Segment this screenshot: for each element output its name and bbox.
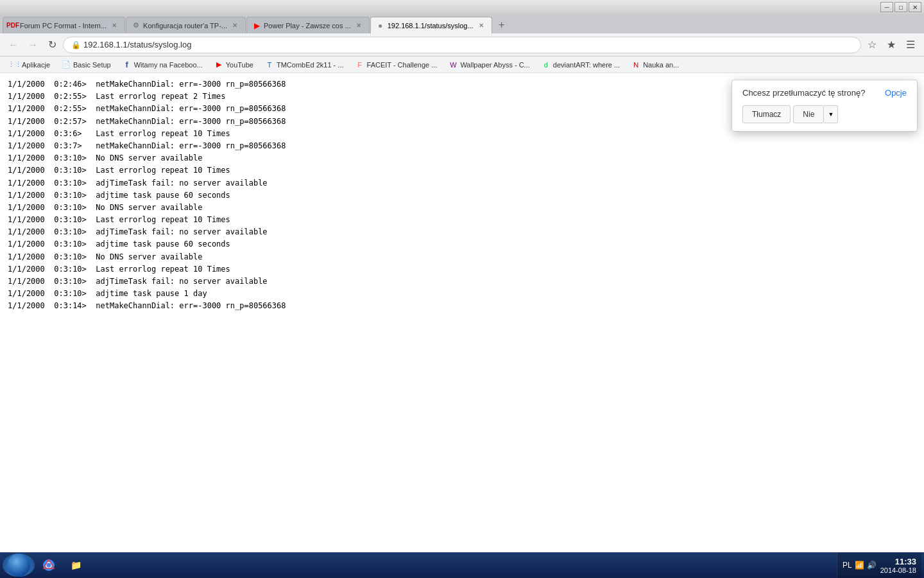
log-line: 1/1/2000 0:3:14> netMakeChannDial: err=-…: [8, 300, 916, 312]
address-input[interactable]: 192.168.1.1/status/syslog.log: [83, 40, 853, 49]
log-line: 1/1/2000 0:3:10> adjTimeTask fail: no se…: [8, 177, 916, 189]
bookmark-nauka-icon: N: [631, 60, 640, 69]
bookmark-deviant-icon: d: [542, 60, 551, 69]
content-area: 1/1/2000 0:2:46> netMakeChannDial: err=-…: [0, 73, 924, 578]
tab-3-favicon: ▶: [252, 21, 261, 30]
log-line: 1/1/2000 0:3:10> No DNS server available: [8, 202, 916, 214]
taskbar-right: PL 📶 🔊 11:33 2014-08-18: [837, 552, 921, 578]
tab-2-title: Konfiguracja router'a TP-...: [143, 22, 227, 30]
bookmark-apps-icon: ⋮⋮: [10, 60, 19, 69]
clock-date: 2014-08-18: [880, 566, 916, 574]
bookmark-facebook-icon: f: [123, 60, 132, 69]
translation-question: Chcesz przetłumaczyć tę stronę?: [742, 88, 882, 98]
translate-button[interactable]: Tłumacz: [742, 105, 791, 123]
sys-tray: PL 📶 🔊: [843, 561, 877, 570]
bookmark-facebook[interactable]: f Witamy na Faceboo...: [117, 58, 208, 72]
log-line: 1/1/2000 0:3:10> Last errorlog repeat 10…: [8, 164, 916, 177]
log-line: 1/1/2000 0:3:10> No DNS server available: [8, 152, 916, 164]
log-line: 1/1/2000 0:3:10> Last errorlog repeat 10…: [8, 214, 916, 226]
speaker-icon[interactable]: 🔊: [867, 561, 877, 570]
new-tab-button[interactable]: +: [493, 17, 511, 33]
bookmark-star-button[interactable]: ☆: [864, 37, 880, 53]
bookmark-youtube-label: YouTube: [226, 61, 253, 69]
chrome-icon: [42, 559, 55, 572]
toolbar: ← → ↻ 🔒 192.168.1.1/status/syslog.log ☆ …: [0, 33, 924, 57]
log-line: 1/1/2000 0:3:10> adjtime task pause 60 s…: [8, 238, 916, 250]
bookmark-deviant-label: deviantART: where ...: [553, 61, 620, 69]
start-button[interactable]: [3, 554, 35, 577]
bookmark-youtube-icon: ▶: [214, 60, 223, 69]
bookmark-list-button[interactable]: ★: [883, 37, 900, 53]
bookmark-tm-icon: T: [265, 60, 274, 69]
taskbar: 📁 PL 📶 🔊 11:33 2014-08-18: [0, 552, 924, 578]
bookmark-tmcombed[interactable]: T TMCombEd 2k11 - ...: [260, 58, 349, 72]
address-bar-icon: 🔒: [71, 40, 81, 49]
tab-3-close[interactable]: ✕: [354, 21, 364, 31]
taskbar-chrome[interactable]: [38, 554, 64, 576]
browser-frame: ─ □ ✕ PDF Forum PC Format - Intern... ✕ …: [0, 0, 924, 578]
bookmark-nauka-label: Nauka an...: [643, 61, 679, 69]
bookmark-basic-setup[interactable]: 📄 Basic Setup: [56, 58, 116, 72]
log-line: 1/1/2000 0:3:10> adjTimeTask fail: no se…: [8, 276, 916, 288]
tab-1-title: Forum PC Format - Intern...: [20, 22, 107, 30]
tab-4-favicon: ●: [376, 21, 385, 30]
log-line: 1/1/2000 0:3:10> adjTimeTask fail: no se…: [8, 226, 916, 238]
log-line: 1/1/2000 0:3:10> adjtime task pause 1 da…: [8, 288, 916, 300]
clock: 11:33 2014-08-18: [880, 557, 916, 574]
tab-1-favicon: PDF: [8, 21, 17, 30]
bookmark-apps-label: Aplikacje: [22, 61, 50, 69]
bookmark-faceit-label: FACEIT - Challenge ...: [367, 61, 438, 69]
bookmark-faceit[interactable]: F FACEIT - Challenge ...: [350, 58, 443, 72]
tab-1[interactable]: PDF Forum PC Format - Intern... ✕: [3, 17, 125, 33]
translate-options-dropdown[interactable]: ▼: [824, 105, 838, 123]
bookmark-faceit-icon: F: [355, 60, 364, 69]
toolbar-right: ☆ ★ ☰: [864, 37, 919, 53]
title-bar: ─ □ ✕: [0, 0, 924, 14]
bookmark-tm-label: TMCombEd 2k11 - ...: [277, 61, 344, 69]
bookmark-basic-icon: 📄: [62, 60, 71, 69]
translation-popup-header: Chcesz przetłumaczyć tę stronę? Opcje: [742, 88, 907, 98]
close-button[interactable]: ✕: [909, 2, 921, 12]
clock-time: 11:33: [880, 557, 916, 566]
bookmark-basic-label: Basic Setup: [73, 61, 111, 69]
no-translate-button[interactable]: Nie: [793, 105, 824, 123]
bookmark-youtube[interactable]: ▶ YouTube: [209, 58, 259, 72]
start-orb: [7, 554, 30, 577]
bookmark-nauka[interactable]: N Nauka an...: [626, 58, 684, 72]
translation-options-link[interactable]: Opcje: [885, 88, 907, 98]
log-line: 1/1/2000 0:3:10> Last errorlog repeat 10…: [8, 263, 916, 276]
maximize-button[interactable]: □: [894, 2, 907, 12]
lang-indicator: PL: [843, 561, 852, 570]
log-line: 1/1/2000 0:3:10> No DNS server available: [8, 251, 916, 263]
back-button[interactable]: ←: [5, 37, 22, 53]
address-bar[interactable]: 🔒 192.168.1.1/status/syslog.log: [63, 37, 861, 53]
forward-button[interactable]: →: [24, 37, 41, 53]
translation-popup-actions: Tłumacz Nie ▼: [742, 105, 907, 123]
network-icon: 📶: [855, 561, 864, 570]
tab-3-title: Power Play - Zawsze cos ...: [264, 22, 351, 30]
explorer-icon: 📁: [69, 559, 82, 572]
tab-3[interactable]: ▶ Power Play - Zawsze cos ... ✕: [246, 17, 370, 33]
tab-4-title: 192.168.1.1/status/syslog...: [388, 22, 474, 30]
bookmark-deviantart[interactable]: d deviantART: where ...: [536, 58, 625, 72]
bookmark-wallpaper-icon: W: [449, 60, 458, 69]
tab-bar: PDF Forum PC Format - Intern... ✕ ⚙ Konf…: [0, 14, 924, 33]
chrome-menu-button[interactable]: ☰: [902, 37, 919, 53]
tab-4-close[interactable]: ✕: [476, 21, 486, 31]
reload-button[interactable]: ↻: [44, 37, 60, 53]
tab-4[interactable]: ● 192.168.1.1/status/syslog... ✕: [370, 17, 492, 33]
log-line: 1/1/2000 0:3:7> netMakeChannDial: err=-3…: [8, 140, 916, 152]
tab-1-close[interactable]: ✕: [109, 21, 119, 31]
log-line: 1/1/2000 0:3:10> adjtime task pause 60 s…: [8, 189, 916, 202]
tab-2-close[interactable]: ✕: [230, 21, 240, 31]
tab-2[interactable]: ⚙ Konfiguracja router'a TP-... ✕: [126, 17, 246, 33]
bookmark-apps[interactable]: ⋮⋮ Aplikacje: [5, 58, 55, 72]
taskbar-explorer[interactable]: 📁: [65, 554, 91, 576]
bookmark-wallpaper-label: Wallpaper Abyss - C...: [460, 61, 529, 69]
bookmark-wallpaper[interactable]: W Wallpaper Abyss - C...: [443, 58, 535, 72]
translation-popup: Chcesz przetłumaczyć tę stronę? Opcje Tł…: [732, 80, 918, 132]
tab-2-favicon: ⚙: [132, 21, 141, 30]
bookmark-facebook-label: Witamy na Faceboo...: [134, 61, 203, 69]
svg-point-2: [47, 563, 51, 568]
minimize-button[interactable]: ─: [880, 2, 893, 12]
